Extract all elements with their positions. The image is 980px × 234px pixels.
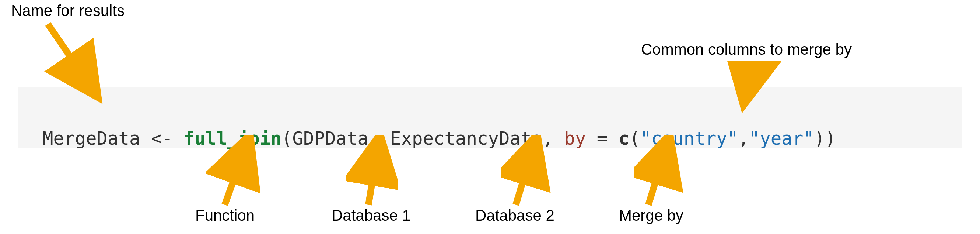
code-eq: = — [586, 128, 619, 149]
svg-line-1 — [744, 63, 752, 101]
code-assign: <- — [140, 128, 184, 149]
svg-line-0 — [48, 24, 96, 94]
code-comma: , — [738, 128, 749, 149]
label-merge-by: Merge by — [619, 207, 683, 224]
svg-line-4 — [516, 138, 536, 205]
code-line: MergeData <- full_join(GDPData, Expectan… — [42, 107, 836, 149]
label-database-1: Database 1 — [332, 207, 411, 224]
svg-line-3 — [368, 138, 379, 205]
label-common-columns: Common columns to merge by — [641, 41, 852, 58]
arrow-common-columns — [722, 61, 781, 112]
arrow-function — [206, 135, 265, 208]
code-open-paren: ( — [282, 128, 293, 149]
svg-line-2 — [225, 138, 249, 205]
label-name-for-results: Name for results — [11, 2, 124, 19]
label-database-2: Database 2 — [475, 207, 554, 224]
code-by-kw: by — [564, 128, 586, 149]
code-str2: "year" — [749, 128, 814, 149]
arrow-name-for-results — [37, 20, 118, 105]
svg-line-5 — [648, 138, 669, 205]
arrow-database-2 — [501, 135, 553, 208]
label-function: Function — [195, 207, 255, 224]
code-close-parens: )) — [814, 128, 836, 149]
arrow-merge-by — [634, 135, 685, 208]
code-var: MergeData — [42, 128, 140, 149]
code-c-kw: c — [619, 128, 630, 149]
arrow-database-1 — [346, 135, 398, 208]
